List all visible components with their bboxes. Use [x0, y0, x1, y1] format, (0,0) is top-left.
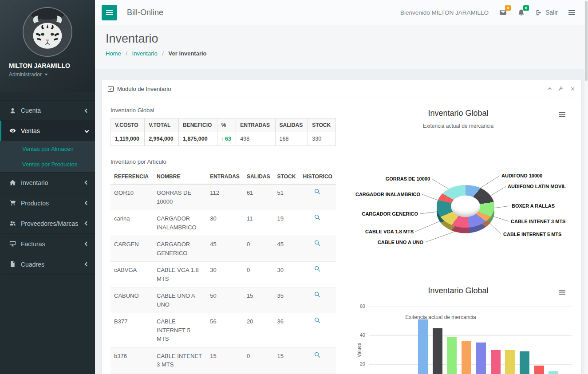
- messages-button[interactable]: 0: [499, 9, 507, 16]
- home-icon: [9, 179, 16, 186]
- column-header: %: [217, 118, 236, 132]
- content: ✓ Modulo de Inventario ✕ Inventario Glob…: [95, 69, 588, 374]
- historico-zoom-button[interactable]: [314, 189, 321, 198]
- breadcrumb-home[interactable]: Home: [106, 50, 121, 57]
- sidebar-item-cuadres[interactable]: Cuadres: [0, 254, 95, 275]
- table-row: cABVGA CABLE VGA 1.8 MTS 30 0 30: [110, 262, 336, 287]
- zoom-in-icon: [314, 189, 321, 195]
- nombre-cell: CABLE INTENET 3 MTS: [153, 347, 206, 373]
- scrollbar-thumb[interactable]: [585, 1, 588, 81]
- sidebar-item-facturas[interactable]: Facturas: [0, 234, 95, 254]
- sidebar-item-ventas[interactable]: Ventas: [0, 121, 95, 141]
- ref-cell: b376: [110, 347, 153, 373]
- stock-value: 330: [308, 132, 336, 146]
- bar[interactable]: [462, 341, 471, 374]
- content-header: Inventario Home / Inventario / Ver inven…: [95, 25, 588, 69]
- tiger-photo: [24, 8, 71, 56]
- sidebar-item-ventas-por-productos[interactable]: Ventas por Productos: [0, 157, 95, 172]
- stock-cell: 45: [274, 236, 300, 262]
- zoom-in-icon: [314, 214, 321, 221]
- column-header: ENTRADAS: [236, 118, 275, 132]
- breadcrumb-current: Ver inventario: [169, 50, 207, 57]
- scrollbar[interactable]: [584, 0, 588, 374]
- sidebar-item-label: Proveedores/Marcas: [21, 220, 85, 227]
- bar[interactable]: [534, 366, 544, 374]
- bar[interactable]: [491, 350, 501, 374]
- chevron-up-icon: [548, 87, 552, 91]
- global-table-heading: Inventario Global: [110, 107, 336, 114]
- ventas-submenu: Ventas por Almacen Ventas por Productos: [0, 141, 95, 173]
- nombre-cell: CABLE UNO A UNO: [153, 287, 206, 313]
- stock-cell: 51: [274, 184, 300, 210]
- sidebar-item-inventario[interactable]: Inventario: [0, 173, 95, 193]
- ref-cell: CARGEN: [110, 236, 153, 262]
- users-icon: [9, 220, 16, 227]
- control-sidebar-button[interactable]: [568, 10, 575, 15]
- historico-zoom-button[interactable]: [314, 240, 321, 249]
- stock-cell: 19: [274, 210, 300, 236]
- table-row: GOR10 GORRAS DE 10000 112 61 51: [110, 184, 336, 210]
- chevron-left-icon: [85, 242, 89, 246]
- nombre-cell: CARGADOR INALAMBRICO: [153, 210, 206, 236]
- eye-icon: [9, 127, 16, 134]
- user-role-dropdown[interactable]: Administrador: [9, 71, 86, 78]
- tables-column: Inventario Global V.COSTO V.TOTAL BENEFI…: [110, 102, 336, 374]
- table-row: carina CARGADOR INALAMBRICO 30 11 19: [110, 210, 336, 236]
- salidas-cell: 20: [243, 313, 274, 348]
- historico-zoom-button[interactable]: [314, 291, 321, 301]
- navbar-right: Bienvenido MILTON JARAMILLO 0 0 Salir: [400, 9, 581, 16]
- breadcrumb-inventario[interactable]: Inventario: [132, 50, 158, 57]
- logout-button[interactable]: Salir: [536, 9, 558, 16]
- table-header-row: REFERENCIA NOMBRE ENTRADAS SALIDAS STOCK…: [110, 169, 336, 184]
- sidebar-item-ventas-por-almacen[interactable]: Ventas por Almacen: [0, 141, 95, 157]
- table-row: B377 CABLE INTERNET 5 MTS 56 20 36: [110, 313, 336, 348]
- historico-zoom-button[interactable]: [314, 214, 321, 224]
- historico-zoom-button[interactable]: [314, 266, 321, 275]
- articles-table-heading: Inventario por Articulo: [110, 158, 336, 165]
- user-profile: MILTON JARAMILLO Administrador: [0, 0, 95, 92]
- inventory-panel: ✓ Modulo de Inventario ✕ Inventario Glob…: [101, 80, 582, 374]
- sidebar-item-label: Cuadres: [21, 261, 85, 268]
- sidebar-item-productos[interactable]: Productos: [0, 193, 95, 213]
- user-icon: [9, 107, 16, 114]
- charts-area: Inventario Global Exitencia actual de me…: [342, 102, 574, 373]
- ref-cell: cABVGA: [110, 262, 153, 287]
- hamburger-icon: [106, 10, 113, 15]
- bar[interactable]: [520, 351, 529, 374]
- panel-header: ✓ Modulo de Inventario ✕: [102, 80, 581, 98]
- menu-bars-icon: [568, 10, 575, 15]
- top-navbar: Bill-Online Bienvenido MILTON JARAMILLO …: [95, 0, 588, 25]
- column-header: SALIDAS: [243, 169, 274, 184]
- column-header: NOMBRE: [153, 169, 206, 184]
- bar[interactable]: [418, 319, 428, 374]
- sidebar-item-label: Inventario: [21, 179, 85, 186]
- salidas-cell: 61: [243, 184, 274, 210]
- bar[interactable]: [433, 328, 442, 374]
- avatar: [23, 7, 72, 57]
- cart-icon: [9, 200, 16, 207]
- historico-zoom-button[interactable]: [314, 352, 321, 361]
- bar[interactable]: [476, 343, 486, 374]
- v-costo-value: 1,119,000: [111, 132, 145, 146]
- sidebar-item-proveedores-marcas[interactable]: Proveedores/Marcas: [0, 213, 95, 234]
- notifications-badge: 0: [523, 5, 529, 11]
- close-button[interactable]: ✕: [570, 86, 575, 92]
- panel-tools: ✕: [549, 86, 575, 92]
- bar[interactable]: [505, 350, 515, 374]
- entradas-cell: 50: [206, 287, 243, 313]
- historico-zoom-button[interactable]: [314, 317, 321, 327]
- notifications-button[interactable]: 0: [517, 9, 525, 16]
- sidebar-item-cuenta[interactable]: Cuenta: [0, 100, 95, 121]
- main-area: Bill-Online Bienvenido MILTON JARAMILLO …: [95, 0, 588, 374]
- stock-cell: 15: [274, 347, 300, 373]
- sidebar-toggle-button[interactable]: [102, 5, 117, 20]
- bar[interactable]: [447, 337, 457, 374]
- module-checkbox[interactable]: ✓: [108, 86, 114, 92]
- column-header: SALIDAS: [275, 118, 308, 132]
- bar[interactable]: [549, 371, 558, 374]
- global-inventory-table: V.COSTO V.TOTAL BENEFICIO % ENTRADAS SAL…: [110, 118, 336, 146]
- settings-button[interactable]: [558, 86, 564, 92]
- collapse-button[interactable]: [549, 88, 551, 91]
- nombre-cell: CABLE INTERNET 5 MTS: [153, 313, 206, 348]
- caret-down-icon: [44, 74, 48, 75]
